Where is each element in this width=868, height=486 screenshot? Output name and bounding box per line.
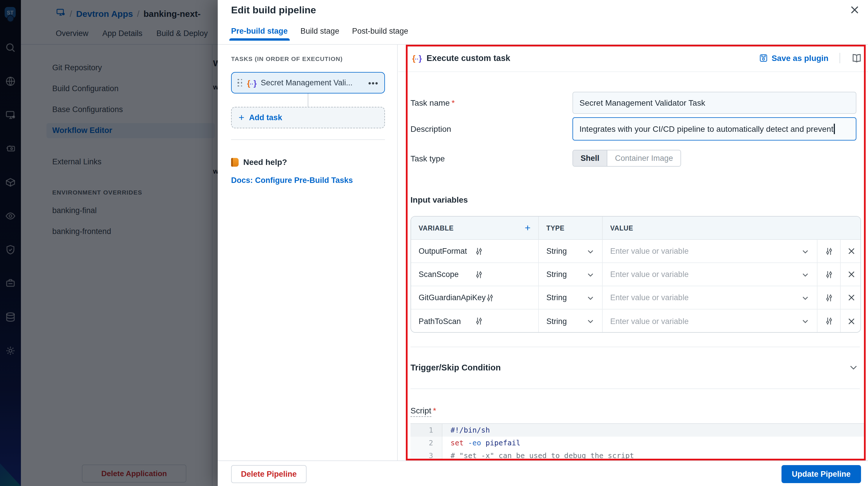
value-input[interactable]: Enter value or variable — [603, 286, 817, 309]
column-value: VALUE — [603, 217, 861, 239]
chevron-down-icon — [801, 294, 809, 302]
sliders-icon[interactable] — [475, 270, 531, 278]
task-more-menu-icon[interactable]: ••• — [368, 78, 378, 87]
sliders-icon — [825, 317, 833, 325]
chevron-down-icon — [586, 247, 594, 255]
table-row: PathToScan String Enter value or variabl… — [411, 309, 861, 333]
sliders-icon — [825, 270, 833, 278]
input-variables-table: VARIABLE+ TYPE VALUE OutputFormat String… — [410, 216, 861, 333]
drawer-footer: Delete Pipeline Update Pipeline — [218, 460, 868, 486]
delete-row-button[interactable] — [841, 263, 861, 286]
stage-tabs: Pre-build stage Build stage Post-build s… — [231, 27, 408, 41]
add-variable-button[interactable]: + — [525, 222, 531, 234]
close-icon[interactable] — [848, 4, 861, 17]
tab-post-build-stage[interactable]: Post-build stage — [352, 27, 408, 41]
delete-row-button[interactable] — [841, 240, 861, 263]
task-detail-header: {··} Execute custom task Save as plugin — [412, 45, 862, 71]
code-line: 2 set -eo pipefail — [410, 437, 864, 449]
close-icon — [847, 271, 855, 278]
value-input[interactable]: Enter value or variable — [603, 263, 817, 286]
variable-name-cell[interactable]: PathToScan — [411, 309, 539, 333]
docs-pre-build-tasks-link[interactable]: Docs: Configure Pre-Build Tasks — [231, 176, 353, 185]
variable-name-cell[interactable]: ScanScope — [411, 263, 539, 286]
description-input[interactable]: Integrates with your CI/CD pipeline to a… — [572, 117, 857, 141]
type-select[interactable]: String — [539, 309, 603, 333]
trigger-skip-condition-section[interactable]: Trigger/Skip Condition — [410, 358, 859, 377]
task-card-label: Secret Management Vali... — [261, 79, 364, 87]
type-select[interactable]: String — [539, 286, 603, 309]
header-vertical-divider — [840, 53, 840, 63]
variable-name-cell[interactable]: GitGuardianApiKey — [411, 286, 539, 309]
task-type-label: Task type — [410, 154, 445, 163]
column-variable: VARIABLE — [418, 224, 454, 232]
close-icon — [847, 317, 855, 325]
sliders-icon[interactable] — [486, 294, 531, 302]
task-type-segmented-control: Shell Container Image — [572, 150, 681, 166]
custom-task-icon: {··} — [412, 53, 421, 63]
orange-book-icon — [231, 158, 239, 166]
tab-build-stage[interactable]: Build stage — [301, 27, 339, 41]
task-type-option-shell[interactable]: Shell — [573, 150, 608, 166]
close-icon — [847, 247, 855, 255]
value-input[interactable]: Enter value or variable — [603, 240, 817, 263]
type-select[interactable]: String — [539, 240, 603, 263]
value-input[interactable]: Enter value or variable — [603, 309, 817, 333]
save-icon — [759, 53, 768, 63]
tasks-panel-divider — [231, 139, 385, 140]
required-asterisk: * — [452, 98, 455, 108]
section-divider — [410, 389, 860, 389]
task-connector-line — [308, 93, 308, 107]
add-task-button[interactable]: + Add task — [231, 107, 385, 128]
section-divider — [410, 347, 860, 347]
task-detail-title: Execute custom task — [427, 53, 754, 63]
line-number: 1 — [410, 424, 442, 437]
task-detail-panel: {··} Execute custom task Save as plugin … — [398, 45, 868, 460]
delete-row-button[interactable] — [841, 309, 861, 333]
chevron-down-icon[interactable] — [848, 362, 859, 373]
delete-pipeline-button[interactable]: Delete Pipeline — [231, 465, 307, 483]
table-header-row: VARIABLE+ TYPE VALUE — [411, 217, 861, 240]
code-line: 3 # "set -x" can be used to debug the sc… — [410, 449, 864, 460]
tasks-panel: TASKS (IN ORDER OF EXECUTION) {··} Secre… — [218, 45, 398, 460]
sliders-icon[interactable] — [475, 247, 531, 255]
chevron-down-icon — [586, 317, 594, 325]
table-row: OutputFormat String Enter value or varia… — [411, 240, 861, 263]
text-cursor — [834, 124, 835, 134]
required-asterisk: * — [433, 406, 436, 415]
drag-handle-icon[interactable] — [238, 79, 242, 87]
trigger-skip-condition-heading: Trigger/Skip Condition — [410, 363, 848, 372]
edit-build-pipeline-drawer: Edit build pipeline Pre-build stage Buil… — [218, 0, 868, 486]
value-sliders-button[interactable] — [817, 286, 841, 309]
save-as-plugin-button[interactable]: Save as plugin — [759, 53, 829, 63]
variable-name-cell[interactable]: OutputFormat — [411, 240, 539, 263]
chevron-down-icon — [801, 247, 809, 255]
task-card-secret-management-validator[interactable]: {··} Secret Management Vali... ••• — [231, 72, 385, 93]
add-task-label: Add task — [249, 113, 282, 122]
task-name-label: Task name* — [410, 98, 455, 108]
plus-icon: + — [239, 112, 244, 123]
line-number: 2 — [410, 437, 442, 449]
documentation-book-icon[interactable] — [851, 53, 862, 64]
chevron-down-icon — [801, 270, 809, 278]
code-line: 1 #!/bin/sh — [410, 424, 864, 437]
delete-row-button[interactable] — [841, 286, 861, 309]
script-label: Script* — [410, 406, 436, 415]
chevron-down-icon — [586, 294, 594, 302]
line-number: 3 — [410, 449, 442, 460]
task-type-option-container-image[interactable]: Container Image — [608, 150, 681, 166]
custom-task-icon: {··} — [247, 78, 256, 87]
close-icon — [847, 294, 855, 301]
type-select[interactable]: String — [539, 263, 603, 286]
need-help-row: Need help? — [231, 157, 287, 166]
tab-pre-build-stage[interactable]: Pre-build stage — [231, 27, 288, 41]
table-row: GitGuardianApiKey String Enter value or … — [411, 286, 861, 309]
update-pipeline-button[interactable]: Update Pipeline — [781, 465, 861, 483]
chevron-down-icon — [801, 317, 809, 325]
value-sliders-button[interactable] — [817, 309, 841, 333]
input-variables-heading: Input variables — [410, 195, 468, 204]
script-code-editor[interactable]: 1 #!/bin/sh 2 set -eo pipefail 3 # "set … — [410, 423, 864, 460]
value-sliders-button[interactable] — [817, 263, 841, 286]
value-sliders-button[interactable] — [817, 240, 841, 263]
task-name-input[interactable]: Secret Management Validator Task — [572, 92, 857, 114]
sliders-icon[interactable] — [475, 317, 531, 325]
